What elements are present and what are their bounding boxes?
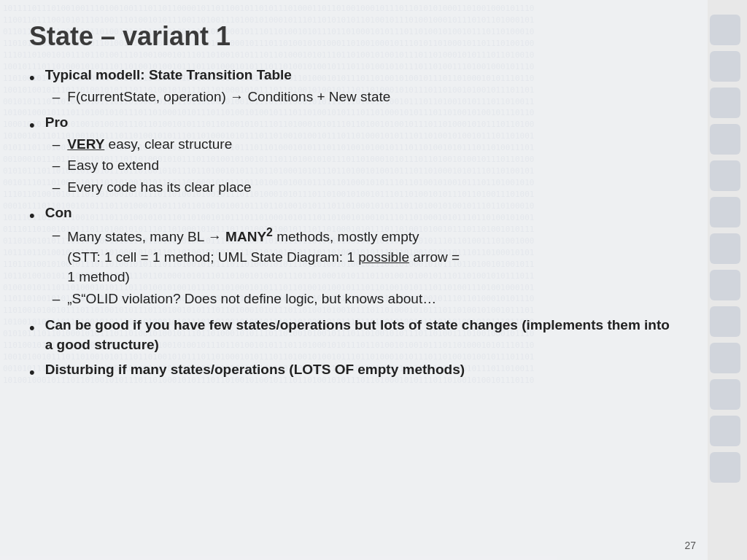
bullet-dot: • bbox=[29, 66, 35, 90]
slide-title: State – variant 1 bbox=[29, 20, 671, 52]
dash: – bbox=[53, 155, 61, 176]
bullet-content: Can be good if you have few states/opera… bbox=[45, 315, 671, 355]
main-bullet-list: • Typical modell: State Transition Table… bbox=[29, 65, 671, 384]
sub-list: – F(currentState, operation) → Condition… bbox=[45, 87, 671, 107]
many-text: MANY2 bbox=[225, 229, 273, 244]
list-item: – Many states, many BL → MANY2 methods, … bbox=[45, 225, 671, 287]
list-item: • Disturbing if many states/operations (… bbox=[29, 359, 671, 384]
dash: – bbox=[53, 289, 61, 309]
bullet-content: Typical modell: State Transition Table –… bbox=[45, 65, 671, 108]
bullet-text: Can be good if you have few states/opera… bbox=[45, 317, 670, 353]
bullet-text: Pro bbox=[45, 114, 69, 130]
possible-text: possible bbox=[358, 249, 409, 265]
decorative-squares bbox=[703, 0, 747, 560]
superscript: 2 bbox=[266, 226, 273, 238]
sub-item-text: F(currentState, operation) → Conditions … bbox=[67, 87, 390, 107]
page-number: 27 bbox=[684, 540, 696, 551]
list-item: – Easy to extend bbox=[45, 155, 671, 176]
bullet-text: Typical modell: State Transition Table bbox=[45, 67, 292, 82]
list-item: – Every code has its clear place bbox=[45, 177, 671, 198]
list-item: • Can be good if you have few states/ope… bbox=[29, 315, 671, 355]
list-item: – F(currentState, operation) → Condition… bbox=[45, 87, 671, 107]
slide-content: State – variant 1 • Typical modell: Stat… bbox=[0, 0, 708, 560]
sub-item-text: Many states, many BL → MANY2 methods, mo… bbox=[67, 225, 460, 287]
list-item: • Con – Many states, many BL → MANY2 met… bbox=[29, 203, 671, 310]
sub-item-text: „S“OLID violation? Does not define logic… bbox=[67, 289, 436, 309]
bullet-text: Disturbing if many states/operations (LO… bbox=[45, 362, 465, 377]
sub-list: – VERY easy, clear structure – Easy to e… bbox=[45, 134, 671, 198]
list-item: • Typical modell: State Transition Table… bbox=[29, 65, 671, 108]
dash: – bbox=[53, 177, 61, 198]
bullet-text: Con bbox=[45, 205, 72, 220]
list-item: • Pro – VERY easy, clear structure – Eas… bbox=[29, 112, 671, 198]
list-item: – VERY easy, clear structure bbox=[45, 134, 671, 155]
bullet-content: Disturbing if many states/operations (LO… bbox=[45, 359, 671, 380]
dash: – bbox=[53, 87, 61, 107]
bullet-dot: • bbox=[29, 114, 35, 137]
sub-item-text: Easy to extend bbox=[67, 155, 159, 176]
dash: – bbox=[53, 134, 61, 155]
sub-item-text: Every code has its clear place bbox=[67, 177, 251, 198]
bullet-content: Pro – VERY easy, clear structure – Easy … bbox=[45, 112, 671, 198]
bullet-dot: • bbox=[29, 361, 35, 384]
bullet-content: Con – Many states, many BL → MANY2 metho… bbox=[45, 203, 671, 310]
bullet-dot: • bbox=[29, 204, 35, 228]
sub-list: – Many states, many BL → MANY2 methods, … bbox=[45, 225, 671, 309]
list-item: – „S“OLID violation? Does not define log… bbox=[45, 289, 671, 309]
sub-item-text: VERY easy, clear structure bbox=[67, 134, 232, 155]
bullet-dot: • bbox=[29, 316, 35, 340]
dash: – bbox=[53, 225, 61, 245]
very-text: VERY bbox=[67, 136, 104, 152]
